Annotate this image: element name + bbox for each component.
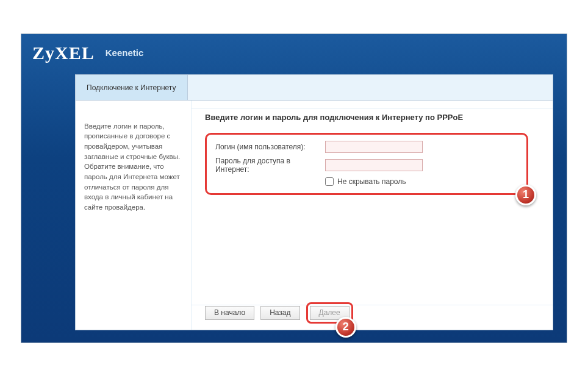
password-label: Пароль для доступа в Интернет: [215, 157, 325, 174]
annotation-badge-2: 2 [335, 317, 356, 338]
password-input[interactable] [325, 159, 423, 171]
row-show-password: Не скрывать пароль [325, 177, 518, 186]
row-password: Пароль для доступа в Интернет: [215, 157, 518, 174]
login-label: Логин (имя пользователя): [215, 143, 325, 151]
main-area: Введите логин и пароль для подключения к… [192, 101, 553, 330]
form-highlight-box: Логин (имя пользователя): Пароль для дос… [205, 133, 528, 195]
annotation-badge-1: 1 [515, 185, 536, 205]
wizard-panel: Подключение к Интернету Введите логин и … [75, 74, 553, 330]
show-password-checkbox[interactable] [325, 177, 334, 186]
brand-logo: ZyXEL [32, 43, 95, 63]
button-row: В начало Назад Далее 2 [205, 302, 353, 324]
sidebar: Введите логин и пароль, прописанные в до… [76, 101, 192, 330]
row-login: Логин (имя пользователя): [215, 141, 518, 153]
login-input[interactable] [325, 141, 423, 153]
home-button[interactable]: В начало [205, 306, 254, 320]
router-admin-frame: ZyXEL Keenetic Подключение к Интернету В… [21, 34, 567, 343]
tab-row: Подключение к Интернету [76, 75, 553, 101]
tab-internet-connection[interactable]: Подключение к Интернету [76, 75, 188, 100]
panel-body: Введите логин и пароль, прописанные в до… [76, 101, 553, 330]
main-heading: Введите логин и пароль для подключения к… [205, 113, 539, 122]
show-password-label: Не скрывать пароль [337, 177, 406, 186]
top-divider [192, 108, 553, 108]
next-button-highlight: Далее 2 [306, 302, 353, 324]
back-button[interactable]: Назад [260, 306, 299, 320]
sidebar-help-text: Введите логин и пароль, прописанные в до… [84, 121, 182, 213]
brand-product: Keenetic [106, 48, 144, 58]
brand-bar: ZyXEL Keenetic [21, 34, 567, 71]
